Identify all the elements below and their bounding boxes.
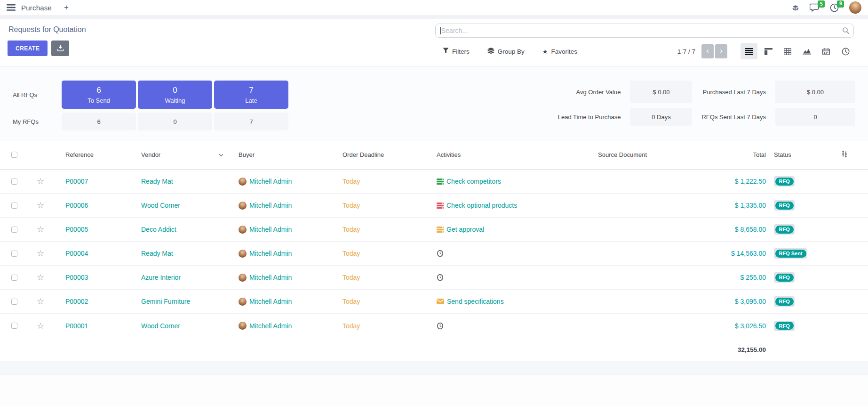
header-total[interactable]: Total: [677, 140, 769, 169]
clock-icon[interactable]: [437, 322, 444, 330]
activity-label[interactable]: Check optional products: [446, 202, 517, 209]
buyer-link[interactable]: Mitchell Admin: [249, 178, 292, 185]
kpi-card-waiting[interactable]: 0 Waiting: [138, 81, 212, 109]
row-checkbox[interactable]: [11, 251, 17, 257]
buyer-link[interactable]: Mitchell Admin: [249, 202, 292, 209]
vendor-link[interactable]: Wood Corner: [141, 202, 180, 209]
favorite-star-icon[interactable]: ☆: [37, 177, 44, 186]
tasks-red-icon[interactable]: [437, 203, 444, 209]
my-late-count[interactable]: 7: [214, 113, 288, 130]
list-view-button[interactable]: [741, 43, 757, 59]
table-row[interactable]: ☆ P00006 Wood Corner Mitchell Admin Toda…: [0, 194, 868, 218]
activity-label[interactable]: Get approval: [446, 226, 484, 233]
calendar-view-button[interactable]: [818, 43, 835, 59]
activities-clock-icon[interactable]: 9: [830, 3, 839, 12]
clock-icon[interactable]: [437, 250, 444, 257]
row-checkbox[interactable]: [11, 179, 17, 185]
vendor-link[interactable]: Deco Addict: [141, 226, 176, 233]
menu-icon[interactable]: [7, 4, 16, 11]
favorite-star-icon[interactable]: ☆: [37, 249, 44, 258]
buyer-link[interactable]: Mitchell Admin: [249, 274, 292, 281]
waiting-count: 0: [173, 86, 177, 95]
row-checkbox[interactable]: [11, 323, 17, 329]
vendor-link[interactable]: Wood Corner: [141, 322, 180, 330]
late-label: Late: [245, 97, 257, 104]
reference-link[interactable]: P00003: [65, 274, 88, 281]
pager-prev-button[interactable]: ‹: [701, 44, 714, 58]
favorites-button[interactable]: ★ Favorites: [542, 48, 577, 55]
buyer-link[interactable]: Mitchell Admin: [249, 322, 292, 330]
user-avatar[interactable]: [849, 1, 861, 14]
vendor-link[interactable]: Azure Interior: [141, 274, 181, 281]
header-order-deadline[interactable]: Order Deadline: [340, 140, 433, 169]
to-send-count: 6: [96, 86, 101, 95]
reference-link[interactable]: P00004: [65, 250, 88, 257]
my-to-send-count[interactable]: 6: [62, 113, 136, 130]
table-row[interactable]: ☆ P00001 Wood Corner Mitchell Admin Toda…: [0, 314, 868, 338]
buyer-link[interactable]: Mitchell Admin: [249, 298, 292, 305]
favorite-star-icon[interactable]: ☆: [37, 225, 44, 234]
header-vendor[interactable]: Vendor: [136, 140, 235, 169]
header-buyer[interactable]: Buyer: [235, 140, 340, 169]
filters-button[interactable]: Filters: [443, 48, 470, 55]
row-checkbox[interactable]: [11, 227, 17, 233]
group-by-button[interactable]: Group By: [487, 48, 525, 56]
header-reference[interactable]: Reference: [52, 140, 136, 169]
reference-link[interactable]: P00002: [65, 298, 88, 305]
table-row[interactable]: ☆ P00005 Deco Addict Mitchell Admin Toda…: [0, 218, 868, 242]
favorite-star-icon[interactable]: ☆: [37, 297, 44, 306]
optional-columns-icon[interactable]: [841, 150, 848, 159]
status-badge-text: RFQ: [775, 226, 794, 234]
header-source-document[interactable]: Source Document: [590, 140, 677, 169]
buyer-link[interactable]: Mitchell Admin: [249, 250, 292, 257]
table-row[interactable]: ☆ P00003 Azure Interior Mitchell Admin T…: [0, 266, 868, 290]
status-badge: RFQ: [774, 176, 795, 187]
buyer-link[interactable]: Mitchell Admin: [249, 226, 292, 233]
tasks-orange-icon[interactable]: [437, 227, 444, 233]
envelope-icon[interactable]: [437, 299, 444, 304]
favorite-star-icon[interactable]: ☆: [37, 273, 44, 282]
all-rfqs-label: All RFQs: [13, 91, 60, 98]
header-status[interactable]: Status: [769, 140, 823, 169]
app-menu-title[interactable]: Purchase: [21, 4, 52, 12]
reference-link[interactable]: P00006: [65, 202, 88, 209]
row-checkbox[interactable]: [11, 299, 17, 305]
my-waiting-count[interactable]: 0: [138, 113, 212, 130]
vendor-link[interactable]: Ready Mat: [141, 178, 173, 185]
activity-label[interactable]: Check competitors: [446, 178, 501, 185]
export-button[interactable]: [51, 41, 69, 56]
reference-link[interactable]: P00005: [65, 226, 88, 233]
messages-icon[interactable]: 5: [810, 3, 820, 12]
bug-icon[interactable]: [792, 4, 799, 11]
row-checkbox[interactable]: [11, 275, 17, 281]
header-activities[interactable]: Activities: [433, 140, 590, 169]
kanban-view-button[interactable]: [760, 43, 777, 59]
search-icon[interactable]: [842, 27, 850, 36]
messages-badge: 5: [818, 0, 825, 8]
reference-link[interactable]: P00001: [65, 322, 88, 330]
tasks-green-icon[interactable]: [437, 179, 444, 185]
status-badge: RFQ Sent: [774, 248, 807, 259]
favorite-star-icon[interactable]: ☆: [37, 201, 44, 210]
reference-link[interactable]: P00007: [65, 178, 88, 185]
activity-label[interactable]: Send specifications: [447, 298, 504, 305]
select-all-checkbox[interactable]: [11, 152, 17, 158]
new-tab-button[interactable]: +: [64, 3, 69, 12]
favorite-star-icon[interactable]: ☆: [37, 322, 44, 330]
activity-view-button[interactable]: [837, 43, 854, 59]
vendor-link[interactable]: Ready Mat: [141, 250, 173, 257]
pager-next-button[interactable]: ›: [715, 44, 727, 58]
kpi-card-to-send[interactable]: 6 To Send: [62, 81, 136, 109]
table-row[interactable]: ☆ P00007 Ready Mat Mitchell Admin Today …: [0, 170, 868, 194]
search-input[interactable]: [435, 24, 854, 38]
kpi-card-late[interactable]: 7 Late: [214, 81, 288, 109]
create-button[interactable]: CREATE: [8, 41, 48, 56]
clock-icon[interactable]: [437, 274, 444, 281]
topbar: Purchase + 5 9: [0, 0, 868, 15]
graph-view-button[interactable]: [798, 43, 815, 59]
row-checkbox[interactable]: [11, 203, 17, 209]
vendor-link[interactable]: Gemini Furniture: [141, 298, 190, 305]
table-row[interactable]: ☆ P00004 Ready Mat Mitchell Admin Today …: [0, 242, 868, 266]
table-row[interactable]: ☆ P00002 Gemini Furniture Mitchell Admin…: [0, 290, 868, 314]
pivot-view-button[interactable]: [779, 43, 796, 59]
